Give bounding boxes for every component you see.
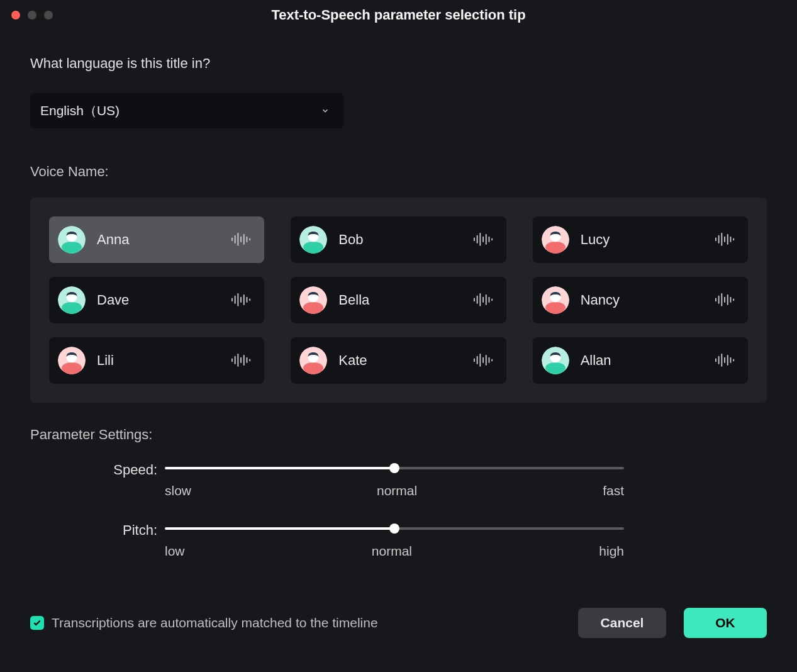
voice-name-label: Allan <box>581 352 715 369</box>
svg-rect-40 <box>479 293 481 306</box>
svg-rect-24 <box>727 234 728 245</box>
svg-rect-59 <box>240 357 242 363</box>
pitch-slider-marks: low normal high <box>165 544 624 559</box>
svg-rect-67 <box>479 354 481 367</box>
voice-panel: Anna Bob Lucy <box>30 198 767 403</box>
waveform-icon[interactable] <box>474 233 494 247</box>
svg-rect-4 <box>238 233 239 246</box>
dialog-footer: Transcriptions are automatically matched… <box>30 608 767 638</box>
waveform-icon[interactable] <box>715 354 735 367</box>
voice-card-lucy[interactable]: Lucy <box>533 216 748 263</box>
pitch-slider-wrap: low normal high <box>165 522 624 559</box>
chevron-down-icon <box>321 106 330 115</box>
ok-button[interactable]: OK <box>684 608 767 638</box>
pitch-slider-thumb[interactable] <box>389 524 399 534</box>
svg-rect-56 <box>231 359 233 362</box>
svg-rect-41 <box>482 297 484 303</box>
waveform-icon[interactable] <box>231 354 252 367</box>
speed-slider[interactable] <box>165 462 624 474</box>
titlebar: Text-to-Speech parameter selection tip <box>0 0 797 30</box>
auto-match-checkbox[interactable] <box>30 616 44 630</box>
svg-rect-34 <box>247 297 248 303</box>
voice-card-lili[interactable]: Lili <box>49 337 264 384</box>
pitch-row: Pitch: low normal high <box>30 522 767 559</box>
window-controls <box>11 11 53 20</box>
svg-rect-7 <box>247 237 248 242</box>
svg-rect-76 <box>721 354 722 367</box>
svg-rect-20 <box>715 238 716 242</box>
button-group: Cancel OK <box>578 608 767 638</box>
avatar-icon <box>299 226 327 254</box>
svg-rect-11 <box>474 238 475 242</box>
avatar-icon <box>58 347 86 374</box>
avatar-icon <box>542 286 569 314</box>
cancel-button[interactable]: Cancel <box>578 608 666 638</box>
svg-rect-25 <box>730 237 732 242</box>
svg-rect-33 <box>243 294 245 305</box>
svg-rect-48 <box>718 296 720 304</box>
waveform-icon[interactable] <box>474 354 494 367</box>
auto-match-checkbox-row: Transcriptions are automatically matched… <box>30 615 378 630</box>
waveform-icon[interactable] <box>231 233 252 247</box>
svg-rect-23 <box>724 237 725 242</box>
svg-rect-42 <box>485 294 486 305</box>
svg-rect-8 <box>250 238 251 240</box>
svg-rect-44 <box>491 298 493 301</box>
voice-name-label: Lucy <box>581 232 715 248</box>
svg-rect-26 <box>733 238 734 240</box>
avatar-icon <box>542 226 569 254</box>
svg-rect-70 <box>488 357 489 363</box>
svg-rect-5 <box>240 237 242 242</box>
avatar-icon <box>58 286 86 314</box>
waveform-icon[interactable] <box>715 233 735 247</box>
svg-rect-65 <box>474 359 475 362</box>
svg-rect-14 <box>482 237 484 242</box>
voice-card-nancy[interactable]: Nancy <box>533 277 748 323</box>
svg-rect-79 <box>730 357 732 363</box>
svg-rect-16 <box>488 237 489 242</box>
minimize-window-button[interactable] <box>28 11 36 20</box>
svg-rect-12 <box>476 235 477 244</box>
svg-rect-22 <box>721 233 722 246</box>
waveform-icon[interactable] <box>474 293 494 307</box>
svg-rect-2 <box>231 238 233 242</box>
svg-rect-69 <box>485 355 486 366</box>
waveform-icon[interactable] <box>715 293 735 307</box>
svg-rect-30 <box>235 296 236 304</box>
speed-slider-thumb[interactable] <box>389 463 399 473</box>
voice-card-dave[interactable]: Dave <box>49 277 264 323</box>
voice-name-label: Bob <box>338 232 473 248</box>
svg-rect-77 <box>724 357 725 363</box>
voice-name-label: Kate <box>338 352 473 369</box>
svg-rect-17 <box>491 238 493 240</box>
speed-label: Speed: <box>30 462 157 478</box>
speed-mark-fast: fast <box>603 483 624 498</box>
auto-match-label: Transcriptions are automatically matched… <box>52 615 378 630</box>
voice-card-anna[interactable]: Anna <box>49 216 264 263</box>
avatar-icon <box>299 286 327 314</box>
svg-rect-66 <box>476 356 477 364</box>
maximize-window-button[interactable] <box>44 11 53 20</box>
svg-rect-21 <box>718 235 720 244</box>
svg-rect-78 <box>727 355 728 366</box>
svg-rect-29 <box>231 298 233 302</box>
svg-rect-80 <box>733 359 734 361</box>
language-dropdown[interactable]: English（US) <box>30 93 343 128</box>
pitch-slider[interactable] <box>165 522 624 535</box>
pitch-mark-normal: normal <box>372 544 412 559</box>
svg-rect-49 <box>721 293 722 306</box>
pitch-mark-high: high <box>599 544 624 559</box>
close-window-button[interactable] <box>11 11 20 20</box>
pitch-mark-low: low <box>165 544 185 559</box>
voice-card-kate[interactable]: Kate <box>291 337 506 384</box>
voice-card-bella[interactable]: Bella <box>291 277 506 323</box>
speed-slider-wrap: slow normal fast <box>165 462 624 498</box>
parameter-section: Speed: slow normal fast Pitch: <box>30 462 767 559</box>
voice-card-bob[interactable]: Bob <box>291 216 506 263</box>
svg-rect-52 <box>730 297 732 303</box>
waveform-icon[interactable] <box>231 293 252 307</box>
voice-name-label: Bella <box>338 292 473 308</box>
svg-rect-62 <box>250 359 251 361</box>
voice-card-allan[interactable]: Allan <box>533 337 748 384</box>
svg-rect-50 <box>724 297 725 303</box>
